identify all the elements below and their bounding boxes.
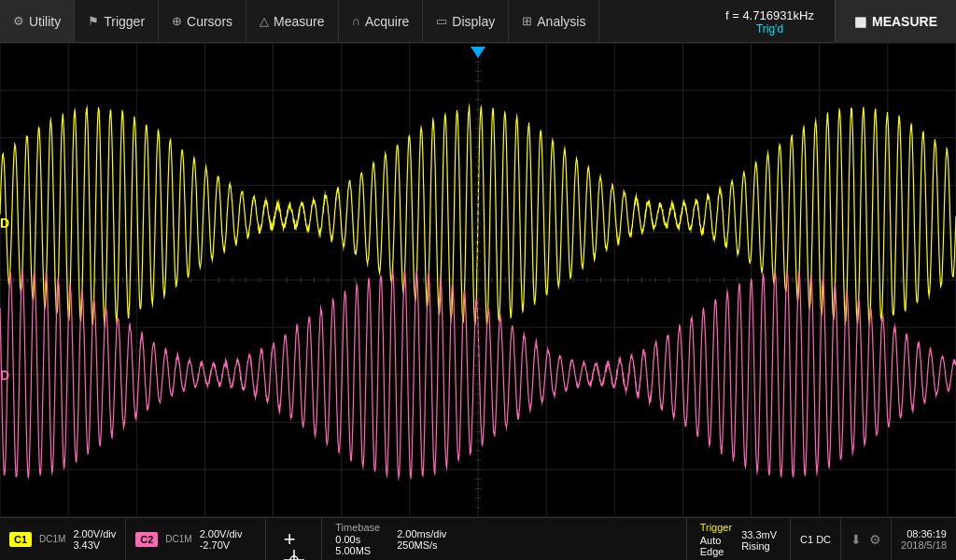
trigger-mode: Auto: [700, 535, 732, 546]
clock-date: 2018/5/18: [901, 539, 947, 551]
trigger-section: Trigger Auto Edge 33.3mV Rising: [686, 518, 790, 560]
measure-label: Measure: [274, 14, 324, 29]
waveform-canvas: [0, 43, 956, 517]
measure-icon: △: [260, 14, 269, 28]
ch1-vdiv: 2.00V/div: [73, 528, 116, 539]
trigger-type: Edge: [700, 546, 732, 557]
ch2-info: C2 DC1M 2.00V/div -2.70V: [126, 518, 266, 560]
timebase-header: Timebase: [335, 522, 380, 533]
ch2-label: C2: [135, 532, 158, 547]
trigger-icon: ⚑: [88, 14, 99, 28]
measure-menu[interactable]: △ Measure: [246, 0, 338, 42]
utility-label: Utility: [29, 14, 61, 29]
timebase-time1: 0.00s: [335, 534, 380, 545]
analysis-menu[interactable]: ⊞ Analysis: [509, 0, 599, 42]
c1dc-label: C1 DC: [800, 534, 831, 545]
ch2-values: 2.00V/div -2.70V: [200, 528, 243, 551]
icons-section: ⬇ ⚙: [840, 518, 891, 560]
timebase-time2: 5.00MS: [335, 545, 380, 556]
crosshair-icon: [284, 529, 304, 550]
cursors-menu[interactable]: ⊕ Cursors: [159, 0, 246, 42]
ch1-offset: 3.43V: [73, 539, 116, 551]
settings-icon[interactable]: ⚙: [867, 530, 883, 549]
freq-value: f = 4.716931kHz: [725, 8, 814, 22]
measure-btn-label: MEASURE: [872, 14, 937, 29]
acquire-menu[interactable]: ∩ Acquire: [339, 0, 424, 42]
ch2-vdiv: 2.00V/div: [200, 528, 243, 539]
ch1-coupling: DC1M: [39, 534, 65, 544]
ch1-values: 2.00V/div 3.43V: [73, 528, 116, 551]
acquire-icon: ∩: [352, 14, 360, 28]
display-icon: ▭: [436, 14, 447, 28]
trigger-group: Trigger Auto Edge: [700, 522, 732, 557]
scope-display: D D: [0, 43, 956, 517]
analysis-label: Analysis: [537, 14, 585, 29]
utility-menu[interactable]: ⚙ Utility: [0, 0, 75, 42]
ch1-label: C1: [9, 532, 32, 547]
bottom-status-bar: C1 DC1M 2.00V/div 3.43V C2 DC1M 2.00V/di…: [0, 517, 956, 560]
trigger-label: Trigger: [104, 14, 145, 29]
acquire-label: Acquire: [365, 14, 409, 29]
timebase-group: Timebase 0.00s 5.00MS: [335, 522, 380, 556]
ch1-info: C1 DC1M 2.00V/div 3.43V: [0, 518, 126, 560]
cursors-label: Cursors: [187, 14, 232, 29]
trigger-menu[interactable]: ⚑ Trigger: [75, 0, 159, 42]
top-menu-bar: ⚙ Utility ⚑ Trigger ⊕ Cursors △ Measure …: [0, 0, 956, 43]
timebase-div-group: 2.00ms/div 250MS/s: [397, 527, 446, 551]
trigger-level-group: 33.3mV Rising: [741, 527, 777, 552]
timebase-div1: 2.00ms/div: [397, 528, 446, 539]
ch2-ground-marker: D: [0, 368, 9, 383]
ch1-ground-marker: D: [0, 216, 9, 231]
measure-button[interactable]: ▦ MEASURE: [835, 0, 956, 43]
ch2-coupling: DC1M: [165, 534, 191, 544]
analysis-icon: ⊞: [522, 14, 532, 28]
download-icon[interactable]: ⬇: [849, 530, 864, 549]
timebase-div2: 250MS/s: [397, 539, 446, 551]
frequency-display: f = 4.716931kHz Trig'd: [714, 0, 825, 43]
cursors-icon: ⊕: [172, 14, 182, 28]
ch2-offset: -2.70V: [200, 539, 243, 551]
display-label: Display: [452, 14, 495, 29]
trigger-header: Trigger: [700, 522, 732, 533]
clock-time: 08:36:19: [907, 528, 947, 539]
trigger-arrow: [471, 47, 485, 58]
time-section: 08:36:19 2018/5/18: [891, 518, 956, 560]
timebase-section: Timebase 0.00s 5.00MS 2.00ms/div 250MS/s: [322, 518, 685, 560]
trig-status: Trig'd: [756, 22, 783, 35]
display-menu[interactable]: ▭ Display: [423, 0, 509, 42]
crosshair-button[interactable]: [266, 518, 322, 560]
measure-btn-icon: ▦: [854, 14, 866, 29]
utility-icon: ⚙: [13, 14, 24, 28]
c1dc-section: C1 DC: [790, 518, 840, 560]
trigger-level: 33.3mV: [741, 529, 777, 540]
trigger-slope: Rising: [741, 540, 777, 552]
